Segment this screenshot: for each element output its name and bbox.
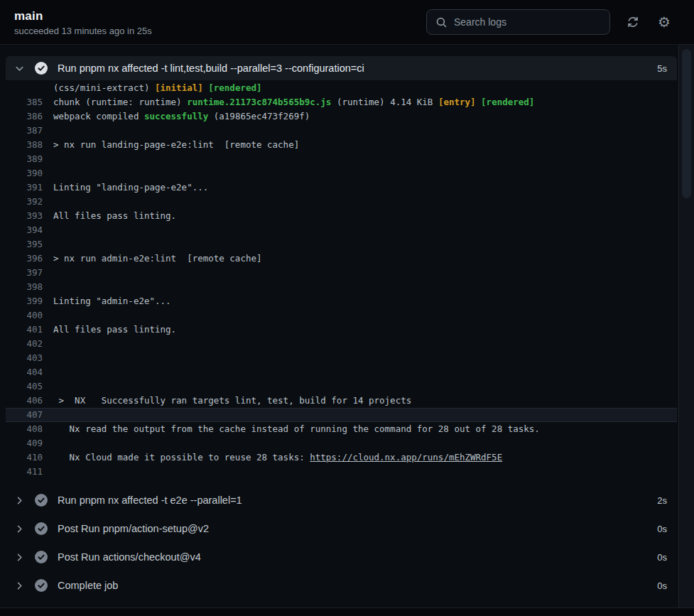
search-icon	[435, 16, 448, 28]
settings-button[interactable]: ⚙	[656, 13, 673, 31]
step-header-collapsed[interactable]: Post Run actions/checkout@v40s	[6, 543, 677, 571]
log-line[interactable]: 403	[6, 351, 677, 365]
log-line[interactable]: 401All files pass linting.	[6, 323, 677, 337]
log-line-number: 407	[6, 409, 43, 421]
step-header-collapsed[interactable]: Run pnpm nx affected -t e2e --parallel=1…	[6, 486, 677, 514]
log-text: > nx run landing-page-e2e:lint [remote c…	[53, 139, 299, 150]
step-header-collapsed[interactable]: Complete job0s	[6, 571, 677, 600]
log-line[interactable]: 404	[6, 365, 677, 379]
log-line-number: 396	[6, 252, 43, 266]
log-text: > nx run admin-e2e:lint [remote cache]	[53, 253, 262, 264]
chevron-down-icon[interactable]	[14, 63, 25, 74]
log-line-text	[43, 195, 53, 209]
log-line[interactable]: 388> nx run landing-page-e2e:lint [remot…	[6, 138, 677, 152]
log-line-text	[43, 266, 53, 280]
log-text: Nx Cloud made it possible to reuse 28 ta…	[53, 452, 310, 463]
log-line-number: 399	[6, 294, 43, 308]
log-line[interactable]: 409	[6, 436, 677, 450]
log-line[interactable]: 410 Nx Cloud made it possible to reuse 2…	[6, 450, 677, 465]
log-line-text: > NX Successfully ran targets lint, test…	[43, 394, 411, 408]
log-line-text	[43, 308, 53, 323]
log-line-number: 406	[6, 394, 43, 408]
log-link[interactable]: https://cloud.nx.app/runs/mEhZWRdF5E	[310, 452, 502, 463]
log-text: Linting "landing-page-e2e"...	[53, 182, 208, 193]
log-line-text	[43, 409, 53, 421]
log-line-number: 408	[6, 422, 43, 436]
page-title: main	[14, 9, 152, 23]
log-line[interactable]: 387	[6, 124, 677, 138]
step-duration: 0s	[657, 552, 667, 563]
log-line-number: 388	[6, 138, 43, 152]
refresh-button[interactable]	[624, 13, 641, 31]
log-line[interactable]: 394	[6, 223, 677, 237]
log-line-number: 395	[6, 237, 43, 252]
search-box[interactable]	[426, 9, 610, 35]
log-text: All files pass linting.	[53, 324, 176, 335]
log-line[interactable]: 396> nx run admin-e2e:lint [remote cache…	[6, 252, 677, 266]
log-line[interactable]: 392	[6, 195, 677, 209]
log-line-text: > nx run landing-page-e2e:lint [remote c…	[43, 138, 299, 152]
step-label: Run pnpm nx affected -t e2e --parallel=1	[58, 495, 647, 506]
log-line[interactable]: 402	[6, 337, 677, 351]
log-line-number: 400	[6, 308, 43, 323]
log-line[interactable]: 389	[6, 152, 677, 166]
log-line-text: Linting "admin-e2e"...	[43, 294, 171, 308]
refresh-icon	[626, 15, 640, 29]
log-line-number: 403	[6, 351, 43, 365]
log-line-text	[43, 365, 53, 379]
step-duration: 5s	[657, 63, 667, 74]
scrollbar-track[interactable]	[678, 45, 694, 607]
log-line-number: 398	[6, 280, 43, 294]
log-text	[476, 97, 482, 107]
log-line-number: 405	[6, 379, 43, 394]
log-text-green: [rendered]	[208, 82, 261, 93]
log-line-text: All files pass linting.	[43, 209, 176, 223]
log-line[interactable]: 385chunk (runtime: runtime) runtime.2117…	[6, 95, 677, 109]
log-line[interactable]: 391Linting "landing-page-e2e"...	[6, 180, 677, 195]
log-line[interactable]: 399Linting "admin-e2e"...	[6, 294, 677, 308]
search-input[interactable]	[454, 16, 601, 28]
step-label: Post Run actions/checkout@v4	[58, 551, 647, 563]
log-line-number: 410	[6, 450, 43, 465]
step-header-expanded[interactable]: Run pnpm nx affected -t lint,test,build …	[6, 56, 677, 80]
log-line-text	[43, 379, 53, 394]
log-line[interactable]: 406 > NX Successfully ran targets lint, …	[6, 394, 677, 408]
chevron-right-icon[interactable]	[14, 580, 25, 591]
log-line-number: 386	[6, 109, 43, 124]
log-line[interactable]: 405	[6, 379, 677, 394]
log-line[interactable]: 395	[6, 237, 677, 252]
log-line[interactable]: 386webpack compiled successfully (a19865…	[6, 109, 677, 124]
step-success-icon	[35, 494, 48, 507]
header-actions: ⚙	[426, 9, 673, 35]
chevron-right-icon[interactable]	[14, 552, 25, 563]
log-line-text: chunk (runtime: runtime) runtime.21173c8…	[43, 95, 534, 109]
log-line[interactable]: 408 Nx read the output from the cache in…	[6, 422, 677, 436]
log-line[interactable]: 397	[6, 266, 677, 280]
log-line-number: 402	[6, 337, 43, 351]
log-text: (runtime) 4.14 KiB	[331, 97, 438, 107]
log-line[interactable]: (css/mini-extract) [initial] [rendered]	[6, 81, 677, 95]
log-line-number: 409	[6, 436, 43, 450]
step-header-collapsed[interactable]: Post Run pnpm/action-setup@v20s	[6, 514, 677, 543]
log-line[interactable]: 390	[6, 166, 677, 180]
log-line[interactable]: 407	[6, 408, 677, 422]
log-line[interactable]: 411	[6, 465, 677, 479]
log-line[interactable]: 398	[6, 280, 677, 294]
log-line[interactable]: 393All files pass linting.	[6, 209, 677, 223]
log-line-number: 390	[6, 166, 43, 180]
log-text: Linting "admin-e2e"...	[53, 296, 171, 306]
log-line-text: (css/mini-extract) [initial] [rendered]	[43, 81, 262, 95]
step-success-icon	[35, 579, 48, 592]
log-line-number: 391	[6, 180, 43, 195]
top-header: main succeeded 13 minutes ago in 25s ⚙	[0, 0, 694, 44]
step-duration: 0s	[657, 524, 667, 534]
scrollbar-thumb[interactable]	[682, 49, 691, 198]
log-line[interactable]: 400	[6, 308, 677, 323]
chevron-right-icon[interactable]	[14, 524, 25, 534]
log-text-green: runtime.21173c874b565b9c.js	[187, 97, 331, 107]
run-meta: main succeeded 13 minutes ago in 25s	[14, 8, 152, 36]
step-success-icon	[35, 522, 48, 535]
chevron-right-icon[interactable]	[14, 495, 25, 506]
step-duration: 2s	[657, 495, 667, 506]
log-text-orange: [entry]	[438, 97, 476, 107]
